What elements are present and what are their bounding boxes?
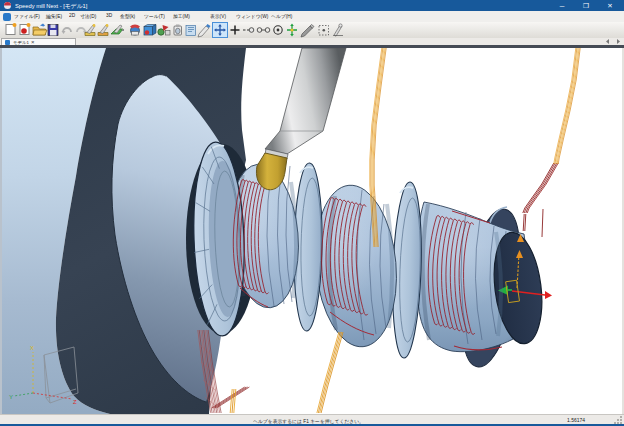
svg-text:Y: Y bbox=[9, 394, 13, 400]
svg-text:X: X bbox=[30, 345, 34, 351]
svg-text:Z: Z bbox=[73, 399, 77, 405]
